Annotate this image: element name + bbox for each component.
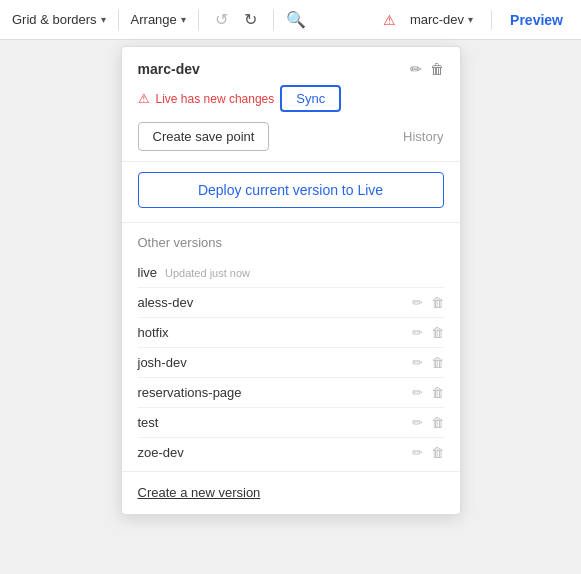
version-left: aless-dev xyxy=(138,295,194,310)
trash-icon: 🗑 xyxy=(431,385,444,400)
edit-version-button[interactable]: ✏ xyxy=(412,385,423,400)
edit-icon: ✏ xyxy=(412,295,423,310)
version-left: liveUpdated just now xyxy=(138,265,251,280)
list-item: reservations-page✏🗑 xyxy=(138,377,444,407)
list-item: aless-dev✏🗑 xyxy=(138,287,444,317)
history-link[interactable]: History xyxy=(403,129,443,144)
panel-branch-name: marc-dev xyxy=(138,61,200,77)
list-item: hotfix✏🗑 xyxy=(138,317,444,347)
edit-icon: ✏ xyxy=(412,355,423,370)
grid-borders-chevron-icon: ▾ xyxy=(101,14,106,25)
deploy-section: Deploy current version to Live xyxy=(122,162,460,223)
edit-version-button[interactable]: ✏ xyxy=(412,355,423,370)
version-left: josh-dev xyxy=(138,355,187,370)
toolbar-divider-3 xyxy=(273,10,274,30)
action-row: Create save point History xyxy=(138,122,444,151)
list-item: josh-dev✏🗑 xyxy=(138,347,444,377)
list-item: liveUpdated just now xyxy=(138,258,444,287)
redo-icon: ↻ xyxy=(244,11,257,28)
create-new-version-button[interactable]: Create a new version xyxy=(138,485,261,500)
delete-version-button[interactable]: 🗑 xyxy=(431,295,444,310)
list-item: test✏🗑 xyxy=(138,407,444,437)
version-name: live xyxy=(138,265,158,280)
trash-icon: 🗑 xyxy=(431,295,444,310)
version-left: zoe-dev xyxy=(138,445,184,460)
version-name: zoe-dev xyxy=(138,445,184,460)
toolbar: Grid & borders ▾ Arrange ▾ ↺ ↻ 🔍 ⚠ marc-… xyxy=(0,0,581,40)
panel-header: marc-dev ✏ 🗑 ⚠ Live has new changes Sync… xyxy=(122,47,460,162)
branch-selector-button[interactable]: marc-dev ▾ xyxy=(404,10,479,29)
alert-group: ⚠ xyxy=(383,12,396,28)
trash-icon: 🗑 xyxy=(431,325,444,340)
toolbar-divider-4 xyxy=(491,10,492,30)
trash-icon: 🗑 xyxy=(431,415,444,430)
version-actions: ✏🗑 xyxy=(412,295,444,310)
versions-section: Other versions liveUpdated just nowaless… xyxy=(122,223,460,471)
edit-version-button[interactable]: ✏ xyxy=(412,415,423,430)
version-name: josh-dev xyxy=(138,355,187,370)
delete-version-button[interactable]: 🗑 xyxy=(431,415,444,430)
undo-icon: ↺ xyxy=(215,11,228,28)
version-name: aless-dev xyxy=(138,295,194,310)
edit-icon: ✏ xyxy=(412,325,423,340)
version-panel: marc-dev ✏ 🗑 ⚠ Live has new changes Sync… xyxy=(121,46,461,515)
version-name: hotfix xyxy=(138,325,169,340)
delete-version-button[interactable]: 🗑 xyxy=(431,445,444,460)
version-actions: ✏🗑 xyxy=(412,355,444,370)
version-tag: Updated just now xyxy=(165,267,250,279)
deploy-button[interactable]: Deploy current version to Live xyxy=(138,172,444,208)
version-actions: ✏🗑 xyxy=(412,415,444,430)
branch-chevron-icon: ▾ xyxy=(468,14,473,25)
create-section: Create a new version xyxy=(122,471,460,514)
other-versions-title: Other versions xyxy=(138,235,444,250)
version-list: liveUpdated just nowaless-dev✏🗑hotfix✏🗑j… xyxy=(138,258,444,467)
trash-icon: 🗑 xyxy=(431,445,444,460)
version-left: test xyxy=(138,415,159,430)
panel-icon-group: ✏ 🗑 xyxy=(410,61,444,77)
grid-borders-group[interactable]: Grid & borders ▾ xyxy=(12,12,106,27)
edit-version-button[interactable]: ✏ xyxy=(412,295,423,310)
toolbar-divider-2 xyxy=(198,10,199,30)
toolbar-divider-1 xyxy=(118,10,119,30)
delete-version-button[interactable]: 🗑 xyxy=(431,385,444,400)
arrange-chevron-icon: ▾ xyxy=(181,14,186,25)
trash-icon: 🗑 xyxy=(431,355,444,370)
alert-icon: ⚠ xyxy=(383,12,396,28)
edit-icon: ✏ xyxy=(410,61,422,77)
version-name: test xyxy=(138,415,159,430)
version-actions: ✏🗑 xyxy=(412,385,444,400)
version-name: reservations-page xyxy=(138,385,242,400)
delete-icon: 🗑 xyxy=(430,61,444,77)
arrange-group[interactable]: Arrange ▾ xyxy=(131,12,186,27)
delete-version-button[interactable]: 🗑 xyxy=(431,355,444,370)
warning-icon: ⚠ xyxy=(138,91,150,106)
edit-version-button[interactable]: ✏ xyxy=(412,325,423,340)
edit-version-button[interactable]: ✏ xyxy=(412,445,423,460)
edit-icon: ✏ xyxy=(412,415,423,430)
delete-version-button[interactable]: 🗑 xyxy=(431,325,444,340)
warning-row: ⚠ Live has new changes Sync xyxy=(138,85,444,112)
panel-branch-row: marc-dev ✏ 🗑 xyxy=(138,61,444,77)
version-left: reservations-page xyxy=(138,385,242,400)
redo-button[interactable]: ↻ xyxy=(240,8,261,31)
version-actions: ✏🗑 xyxy=(412,325,444,340)
search-icon[interactable]: 🔍 xyxy=(286,10,306,29)
delete-branch-button[interactable]: 🗑 xyxy=(430,61,444,77)
list-item: zoe-dev✏🗑 xyxy=(138,437,444,467)
arrange-label: Arrange xyxy=(131,12,177,27)
grid-borders-label: Grid & borders xyxy=(12,12,97,27)
warning-text: Live has new changes xyxy=(156,92,275,106)
edit-branch-button[interactable]: ✏ xyxy=(410,61,422,77)
version-actions: ✏🗑 xyxy=(412,445,444,460)
preview-button[interactable]: Preview xyxy=(504,10,569,30)
edit-icon: ✏ xyxy=(412,445,423,460)
sync-button[interactable]: Sync xyxy=(280,85,341,112)
version-left: hotfix xyxy=(138,325,169,340)
branch-name-label: marc-dev xyxy=(410,12,464,27)
undo-button[interactable]: ↺ xyxy=(211,8,232,31)
edit-icon: ✏ xyxy=(412,385,423,400)
create-save-point-button[interactable]: Create save point xyxy=(138,122,270,151)
